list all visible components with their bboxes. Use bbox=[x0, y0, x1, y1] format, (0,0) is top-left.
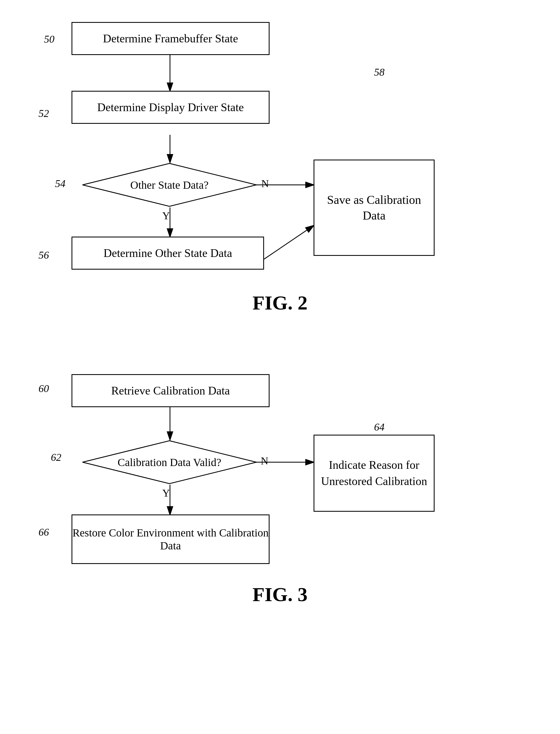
box-60-text: Retrieve Calibration Data bbox=[111, 384, 230, 397]
label-58: 58 bbox=[374, 66, 385, 78]
label-62: 62 bbox=[51, 451, 61, 463]
label-66: 66 bbox=[39, 526, 49, 538]
box-64-text: Indicate Reason for Unrestored Calibrati… bbox=[314, 457, 434, 489]
box-58-text: Save as Calibration Data bbox=[314, 192, 434, 223]
box-52: Determine Display Driver State bbox=[72, 91, 270, 124]
label-52: 52 bbox=[39, 107, 49, 119]
box-50-text: Determine Framebuffer State bbox=[103, 32, 238, 45]
label-54: 54 bbox=[55, 177, 65, 190]
y-label-62: Y bbox=[162, 487, 170, 499]
n-label-62: N bbox=[261, 455, 268, 467]
diamond-54-text: Other State Data? bbox=[81, 162, 257, 207]
box-66: Restore Color Environment with Calibrati… bbox=[72, 514, 270, 564]
box-64: Indicate Reason for Unrestored Calibrati… bbox=[314, 435, 435, 512]
box-66-text: Restore Color Environment with Calibrati… bbox=[72, 526, 269, 552]
box-52-text: Determine Display Driver State bbox=[97, 101, 244, 114]
box-50: Determine Framebuffer State bbox=[72, 22, 270, 55]
box-58: Save as Calibration Data bbox=[314, 160, 435, 256]
y-label-54: Y bbox=[162, 210, 170, 222]
label-50: 50 bbox=[44, 33, 54, 45]
label-60: 60 bbox=[39, 382, 49, 395]
diamond-54-wrapper: Other State Data? bbox=[81, 162, 257, 207]
diagram-container: 50 Determine Framebuffer State 52 Determ… bbox=[0, 0, 560, 734]
label-64: 64 bbox=[374, 421, 385, 433]
box-56: Determine Other State Data bbox=[72, 237, 264, 270]
svg-line-5 bbox=[264, 226, 314, 259]
diamond-62-wrapper: Calibration Data Valid? bbox=[81, 440, 257, 485]
box-56-text: Determine Other State Data bbox=[103, 247, 232, 260]
n-label-54: N bbox=[261, 177, 269, 190]
fig2-caption: FIG. 2 bbox=[0, 292, 560, 314]
diamond-62-text: Calibration Data Valid? bbox=[81, 440, 257, 485]
box-60: Retrieve Calibration Data bbox=[72, 374, 270, 407]
fig3-caption: FIG. 3 bbox=[0, 583, 560, 606]
label-56: 56 bbox=[39, 249, 49, 261]
